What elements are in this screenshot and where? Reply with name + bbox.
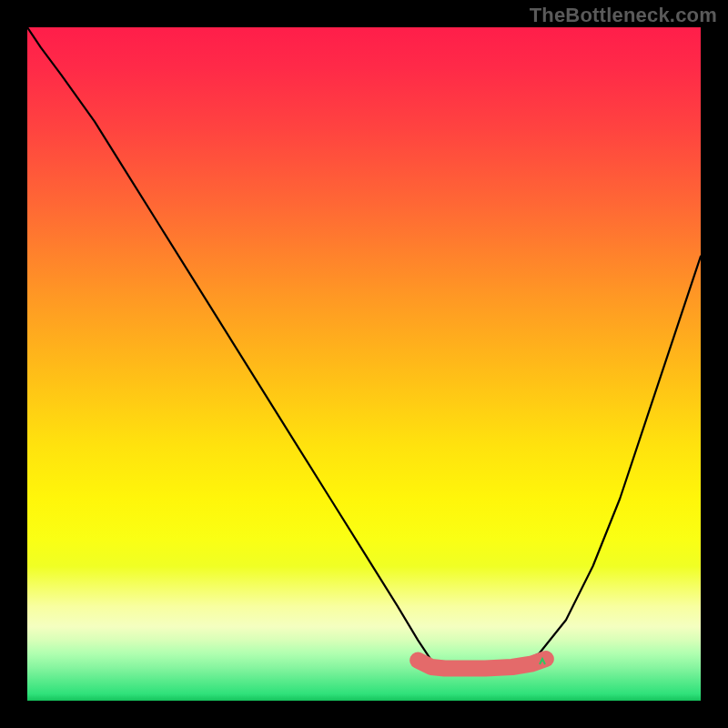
plot-area [27,27,701,701]
curve-svg [27,27,701,701]
chart-frame: TheBottleneck.com [0,0,728,728]
bottleneck-curve [27,27,701,667]
bottom-marker [418,659,546,668]
watermark-text: TheBottleneck.com [530,4,717,27]
